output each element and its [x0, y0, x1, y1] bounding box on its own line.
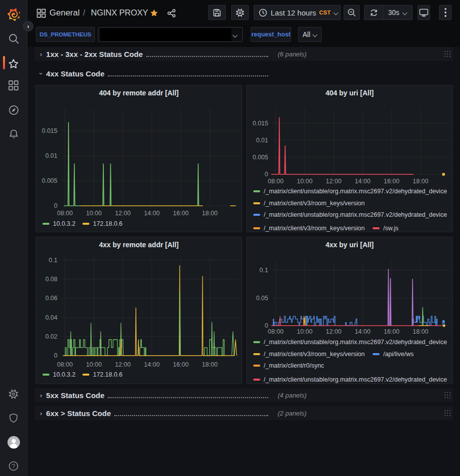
svg-text:16:00: 16:00	[173, 210, 188, 217]
svg-text:08:00: 08:00	[268, 328, 283, 335]
svg-text:14:00: 14:00	[355, 178, 370, 185]
svg-text:18:00: 18:00	[202, 361, 217, 368]
svg-text:0.1: 0.1	[49, 257, 57, 264]
svg-text:0.015: 0.015	[253, 120, 268, 127]
svg-text:08:00: 08:00	[57, 361, 72, 368]
svg-text:12:00: 12:00	[326, 178, 341, 185]
svg-text:?: ?	[12, 463, 15, 469]
svg-text:14:00: 14:00	[355, 328, 370, 335]
svg-text:0.08: 0.08	[45, 276, 57, 283]
svg-text:0.015: 0.015	[42, 127, 57, 134]
svg-text:18:00: 18:00	[413, 328, 428, 335]
svg-text:0: 0	[54, 202, 57, 209]
svg-text:10:00: 10:00	[297, 178, 312, 185]
svg-text:16:00: 16:00	[384, 328, 399, 335]
svg-text:0.01: 0.01	[45, 152, 57, 159]
svg-text:0.05: 0.05	[256, 295, 268, 302]
svg-text:08:00: 08:00	[57, 210, 72, 217]
svg-text:0.06: 0.06	[45, 295, 57, 302]
svg-text:0.005: 0.005	[253, 154, 268, 161]
svg-text:12:00: 12:00	[326, 328, 341, 335]
svg-text:18:00: 18:00	[202, 210, 217, 217]
svg-text:10:00: 10:00	[86, 210, 101, 217]
svg-text:12:00: 12:00	[115, 361, 130, 368]
svg-text:10:00: 10:00	[297, 328, 312, 335]
svg-text:0: 0	[54, 352, 57, 359]
svg-text:14:00: 14:00	[144, 210, 159, 217]
svg-text:0: 0	[265, 171, 268, 178]
svg-text:0.01: 0.01	[256, 137, 268, 144]
svg-text:12:00: 12:00	[115, 210, 130, 217]
svg-text:14:00: 14:00	[144, 361, 159, 368]
svg-text:0.02: 0.02	[45, 333, 57, 340]
svg-text:16:00: 16:00	[384, 178, 399, 185]
svg-text:18:00: 18:00	[413, 178, 428, 185]
svg-text:08:00: 08:00	[268, 178, 283, 185]
svg-text:10:00: 10:00	[86, 361, 101, 368]
svg-text:0.04: 0.04	[45, 314, 57, 321]
svg-text:0.005: 0.005	[42, 177, 57, 184]
svg-text:0.1: 0.1	[260, 267, 268, 274]
svg-text:16:00: 16:00	[173, 361, 188, 368]
